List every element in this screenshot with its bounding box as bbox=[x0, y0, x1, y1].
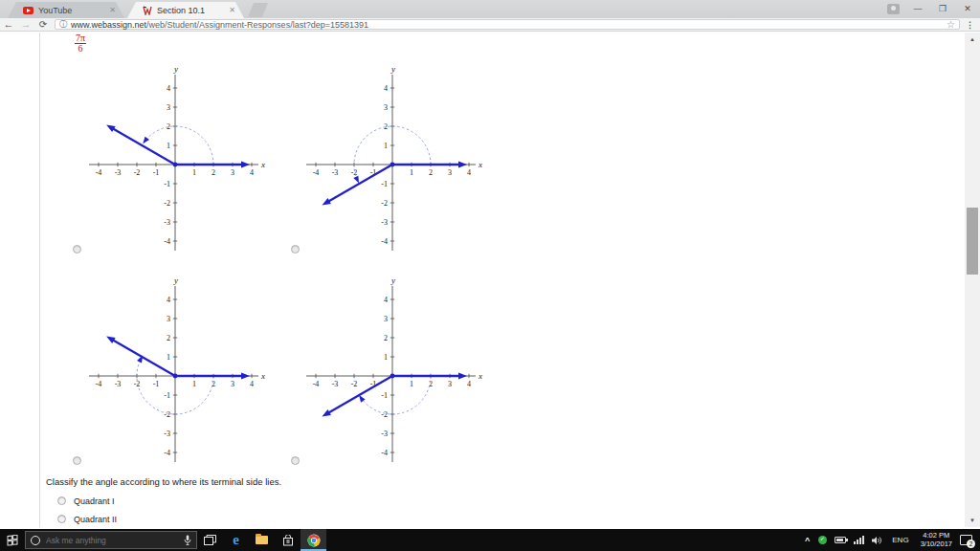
option-quadrant-1[interactable]: Quadrant I bbox=[57, 496, 281, 505]
profile-badge-icon[interactable] bbox=[887, 4, 900, 14]
svg-text:2: 2 bbox=[429, 168, 433, 177]
tray-expand-icon[interactable]: ^ bbox=[800, 536, 814, 545]
svg-text:-3: -3 bbox=[332, 380, 339, 388]
svg-text:-2: -2 bbox=[351, 380, 358, 388]
cortana-search-box[interactable] bbox=[25, 531, 197, 549]
browser-toolbar: ← → ⟳ ⓘ www.webassign.net/web/Student/As… bbox=[0, 18, 980, 32]
search-input[interactable] bbox=[46, 536, 184, 545]
radio-graph-option-c[interactable] bbox=[73, 456, 81, 465]
store-button[interactable] bbox=[275, 529, 301, 551]
tab-close-icon[interactable]: ✕ bbox=[107, 6, 118, 14]
svg-text:3: 3 bbox=[448, 380, 452, 388]
svg-text:-3: -3 bbox=[332, 168, 339, 177]
svg-text:-3: -3 bbox=[164, 430, 170, 438]
cortana-icon bbox=[31, 536, 40, 545]
radio-graph-option-b[interactable] bbox=[291, 245, 300, 253]
chrome-icon bbox=[307, 534, 321, 547]
svg-text:-3: -3 bbox=[115, 380, 122, 388]
start-button[interactable] bbox=[0, 529, 25, 551]
store-icon bbox=[282, 535, 294, 546]
page-info-icon[interactable]: ⓘ bbox=[59, 19, 67, 30]
radio-quadrant-1[interactable] bbox=[57, 496, 66, 505]
svg-text:-2: -2 bbox=[164, 410, 170, 419]
svg-text:3: 3 bbox=[231, 168, 234, 177]
file-explorer-button[interactable] bbox=[249, 529, 275, 551]
bookmark-star-icon[interactable]: ☆ bbox=[947, 19, 955, 30]
minimize-button[interactable]: — bbox=[905, 0, 930, 18]
folder-icon bbox=[256, 536, 268, 544]
svg-text:1: 1 bbox=[167, 142, 170, 150]
svg-text:-2: -2 bbox=[381, 410, 388, 419]
svg-text:1: 1 bbox=[192, 380, 196, 388]
youtube-icon bbox=[23, 7, 33, 14]
edge-icon: e bbox=[233, 533, 239, 547]
option-label: Quadrant I bbox=[74, 496, 115, 506]
angle-graph-option-c: xy-4-3-2-11234-4-3-2-11234 bbox=[79, 272, 271, 470]
window-controls: — ❐ ✕ bbox=[887, 0, 980, 18]
radio-quadrant-2[interactable] bbox=[57, 515, 66, 523]
clock-date: 3/10/2017 bbox=[921, 540, 952, 549]
taskbar-clock[interactable]: 4:02 PM 3/10/2017 bbox=[915, 532, 958, 548]
close-button[interactable]: ✕ bbox=[955, 0, 980, 18]
svg-text:-4: -4 bbox=[381, 237, 388, 246]
svg-text:1: 1 bbox=[384, 142, 388, 150]
svg-text:4: 4 bbox=[384, 296, 388, 304]
url-path: /web/Student/Assignment-Responses/last?d… bbox=[146, 20, 368, 30]
question-block: Classify the angle according to where it… bbox=[46, 476, 281, 527]
svg-text:-1: -1 bbox=[164, 391, 170, 400]
action-center-icon[interactable]: 2 bbox=[960, 535, 972, 545]
svg-text:1: 1 bbox=[167, 353, 170, 362]
svg-text:-1: -1 bbox=[381, 180, 388, 188]
svg-text:-3: -3 bbox=[115, 168, 122, 177]
antivirus-status-icon[interactable] bbox=[814, 536, 831, 544]
angle-graph-option-b: xy-4-3-2-11234-4-3-2-11234 bbox=[297, 60, 488, 258]
svg-text:1: 1 bbox=[384, 353, 388, 362]
svg-text:-1: -1 bbox=[153, 380, 160, 388]
volume-icon[interactable] bbox=[868, 536, 886, 545]
battery-icon[interactable] bbox=[831, 537, 850, 543]
reload-icon[interactable]: ⟳ bbox=[34, 18, 52, 31]
language-indicator[interactable]: ENG bbox=[886, 536, 914, 544]
page-scrollbar[interactable]: ▲ ▼ bbox=[965, 33, 980, 527]
chrome-menu-icon[interactable]: ⋮ bbox=[966, 20, 974, 30]
radio-graph-option-a[interactable] bbox=[73, 245, 81, 253]
webassign-page: 7π 6 xy-4-3-2-11234-4-3-2-11234 xy-4-3-2… bbox=[0, 33, 965, 527]
svg-text:y: y bbox=[173, 64, 178, 74]
address-bar[interactable]: ⓘ www.webassign.net/web/Student/Assignme… bbox=[55, 19, 960, 30]
svg-text:-3: -3 bbox=[381, 430, 388, 438]
svg-text:x: x bbox=[478, 160, 482, 169]
svg-text:-1: -1 bbox=[164, 180, 170, 188]
microphone-icon[interactable] bbox=[184, 535, 191, 545]
tab-close-icon[interactable]: ✕ bbox=[227, 6, 237, 14]
scrollbar-thumb[interactable] bbox=[967, 208, 978, 275]
option-quadrant-2[interactable]: Quadrant II bbox=[57, 515, 281, 523]
svg-text:-4: -4 bbox=[164, 237, 170, 246]
scroll-up-icon[interactable]: ▲ bbox=[965, 33, 980, 46]
svg-text:4: 4 bbox=[167, 84, 170, 93]
task-view-button[interactable] bbox=[197, 529, 223, 551]
scroll-down-icon[interactable]: ▼ bbox=[965, 514, 980, 527]
tab-youtube[interactable]: YouTube ✕ bbox=[8, 2, 124, 18]
svg-text:3: 3 bbox=[231, 380, 234, 388]
tab-section-10-1[interactable]: Section 10.1 ✕ bbox=[127, 2, 244, 18]
svg-text:y: y bbox=[173, 276, 178, 285]
svg-text:2: 2 bbox=[212, 168, 215, 177]
svg-text:x: x bbox=[478, 371, 482, 381]
edge-button[interactable]: e bbox=[223, 529, 249, 551]
desktop-screen: YouTube ✕ Section 10.1 ✕ — ❐ ✕ ← → ⟳ ⓘ w… bbox=[0, 0, 980, 551]
back-icon[interactable]: ← bbox=[0, 18, 17, 31]
svg-text:-2: -2 bbox=[381, 199, 388, 208]
windows-logo-icon bbox=[7, 535, 18, 546]
radio-graph-option-d[interactable] bbox=[291, 456, 300, 465]
svg-text:1: 1 bbox=[410, 380, 413, 388]
question-text: Classify the angle according to where it… bbox=[46, 476, 281, 487]
forward-icon[interactable]: → bbox=[17, 18, 34, 31]
svg-text:y: y bbox=[390, 276, 395, 285]
maximize-button[interactable]: ❐ bbox=[930, 0, 955, 18]
svg-text:-3: -3 bbox=[381, 218, 388, 227]
tab-title: YouTube bbox=[38, 6, 101, 15]
new-tab-button[interactable] bbox=[248, 3, 268, 17]
network-signal-icon[interactable] bbox=[850, 536, 868, 544]
svg-text:-4: -4 bbox=[96, 168, 102, 177]
chrome-button[interactable] bbox=[301, 529, 326, 551]
